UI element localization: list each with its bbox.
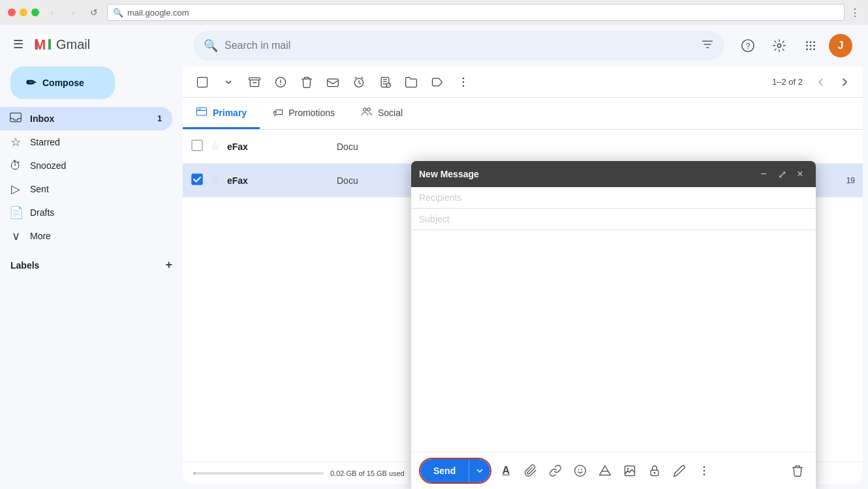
compose-title: New Message [419, 169, 756, 179]
primary-tab-icon [196, 106, 208, 120]
prev-page-button[interactable] [811, 72, 831, 93]
emoji-button[interactable] [570, 460, 591, 481]
top-bar-actions: ? [735, 33, 852, 59]
sidebar-item-drafts[interactable]: 📄 Drafts [0, 201, 172, 224]
sidebar-item-sent[interactable]: ▷ Sent [0, 177, 172, 201]
sidebar-item-snoozed[interactable]: ⏱ Snoozed [0, 154, 172, 177]
select-checkbox-button[interactable] [191, 70, 214, 94]
promotions-tab-icon: 🏷 [273, 107, 283, 119]
address-bar[interactable]: 🔍 mail.google.com [107, 4, 845, 21]
settings-button[interactable] [766, 33, 792, 59]
svg-point-45 [704, 470, 705, 472]
svg-point-15 [806, 48, 808, 50]
mark-unread-button[interactable] [321, 70, 345, 94]
sidebar-item-inbox[interactable]: Inbox 1 [0, 107, 172, 130]
hamburger-menu-icon[interactable]: ☰ [10, 35, 26, 54]
svg-text:M: M [34, 37, 46, 53]
search-input[interactable]: Search in mail [225, 40, 694, 52]
email-checkbox-1[interactable] [191, 140, 204, 154]
delete-button[interactable] [295, 70, 318, 94]
compose-minimize-button[interactable]: − [756, 166, 771, 182]
confidential-button[interactable] [644, 460, 665, 481]
next-page-button[interactable] [834, 72, 855, 93]
window-controls [8, 8, 39, 16]
minimize-window-btn[interactable] [20, 8, 27, 16]
fullscreen-window-btn[interactable] [31, 8, 39, 16]
drive-button[interactable] [595, 460, 615, 481]
svg-rect-30 [197, 108, 207, 115]
more-compose-options-button[interactable] [694, 460, 715, 481]
svg-point-8 [777, 44, 781, 48]
email-star-1[interactable]: ☆ [209, 140, 222, 153]
svg-rect-18 [198, 77, 208, 87]
compose-close-button[interactable]: × [792, 166, 808, 182]
attach-button[interactable] [520, 460, 541, 481]
label-button[interactable] [426, 70, 449, 94]
send-dropdown-button[interactable] [469, 459, 490, 482]
compose-discard-button[interactable] [787, 460, 808, 481]
browser-menu-icon[interactable]: ⋮ [850, 7, 860, 19]
help-button[interactable]: ? [735, 33, 761, 59]
svg-rect-34 [192, 140, 202, 151]
inbox-badge: 1 [157, 114, 162, 123]
svg-point-37 [575, 466, 586, 477]
compose-header[interactable]: New Message − ⤢ × [411, 161, 816, 187]
inbox-icon [9, 111, 22, 127]
compose-recipients-field[interactable]: Recipients [411, 187, 816, 209]
compose-button[interactable]: ✏ Compose [10, 67, 115, 99]
compose-maximize-button[interactable]: ⤢ [774, 166, 790, 182]
back-btn[interactable]: ‹ [44, 5, 60, 20]
sidebar-header: ☰ M Gmail [0, 30, 183, 61]
more-actions-button[interactable] [452, 70, 475, 94]
labels-add-button[interactable]: + [165, 258, 172, 272]
tab-promotions[interactable]: 🏷 Promotions [260, 98, 348, 129]
search-box[interactable]: 🔍 Search in mail [193, 31, 724, 61]
select-dropdown-button[interactable] [217, 70, 240, 94]
svg-point-11 [813, 41, 815, 43]
insert-photo-button[interactable] [619, 460, 640, 481]
compose-subject-field[interactable]: Subject [411, 209, 816, 230]
svg-point-12 [806, 45, 808, 47]
email-checkbox-2[interactable] [191, 173, 204, 188]
svg-point-14 [813, 45, 815, 47]
sidebar-item-starred[interactable]: ☆ Starred [0, 130, 172, 154]
send-button[interactable]: Send [420, 459, 469, 482]
svg-point-32 [364, 108, 367, 111]
compose-pencil-icon: ✏ [26, 76, 36, 90]
email-star-2[interactable]: ☆ [209, 174, 222, 186]
svg-point-22 [280, 83, 281, 85]
formatting-button[interactable]: A [495, 460, 516, 481]
svg-point-17 [813, 48, 815, 50]
search-filter-icon[interactable] [701, 38, 714, 54]
move-to-button[interactable] [399, 70, 423, 94]
close-window-btn[interactable] [8, 8, 16, 16]
sidebar-item-more[interactable]: ∨ More [0, 224, 172, 248]
tab-social[interactable]: Social [348, 98, 416, 129]
forward-btn[interactable]: › [65, 5, 81, 20]
email-toolbar: 1–2 of 2 [183, 67, 863, 98]
compose-recipients-placeholder: Recipients [419, 192, 461, 203]
address-bar-text: mail.google.com [127, 8, 189, 18]
report-spam-button[interactable] [269, 70, 292, 94]
inbox-tabs: Primary 🏷 Promotions Social [183, 98, 863, 130]
compose-label: Compose [42, 78, 84, 88]
storage-bar-fill [193, 472, 196, 475]
reload-btn[interactable]: ↺ [86, 5, 102, 20]
user-avatar[interactable]: J [829, 34, 852, 57]
compose-header-actions: − ⤢ × [756, 166, 808, 182]
tab-primary-label: Primary [213, 108, 247, 118]
gmail-wordmark: Gmail [56, 37, 90, 52]
tab-primary[interactable]: Primary [183, 98, 260, 129]
compose-body[interactable] [411, 230, 816, 452]
signature-button[interactable] [669, 460, 690, 481]
link-button[interactable] [545, 460, 566, 481]
archive-button[interactable] [243, 70, 266, 94]
apps-button[interactable] [798, 33, 824, 59]
svg-text:?: ? [746, 42, 751, 51]
svg-point-16 [810, 48, 812, 50]
svg-point-41 [627, 468, 629, 470]
add-task-button[interactable] [373, 70, 397, 94]
drafts-icon: 📄 [9, 205, 22, 220]
table-row[interactable]: ☆ eFax Docu [183, 130, 863, 164]
snooze-button[interactable] [347, 70, 371, 94]
